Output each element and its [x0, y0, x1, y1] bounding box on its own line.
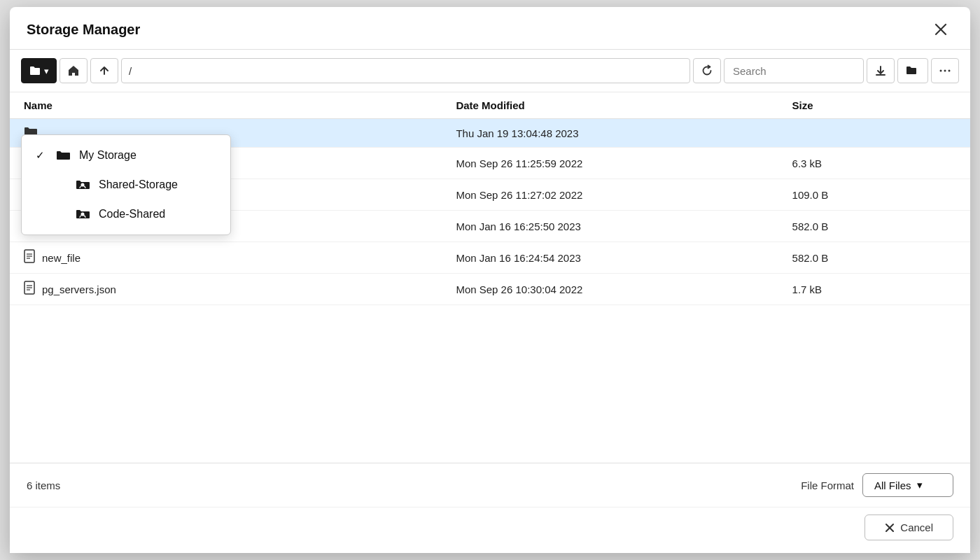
check-icon: ✓	[36, 149, 47, 162]
storage-chevron-icon: ▾	[44, 66, 49, 76]
file-size-cell: 582.0 B	[778, 242, 970, 274]
dropdown-label-my-storage: My Storage	[79, 149, 136, 162]
cancel-button[interactable]: Cancel	[864, 514, 953, 540]
more-icon	[939, 64, 951, 77]
file-size-cell: 582.0 B	[778, 211, 970, 242]
file-size-cell: 109.0 B	[778, 179, 970, 211]
svg-point-7	[948, 70, 951, 72]
file-row-icon	[24, 249, 35, 263]
new-folder-icon	[905, 64, 920, 77]
dropdown-label-shared-storage: Shared-Storage	[99, 178, 178, 191]
file-size-cell	[778, 119, 970, 148]
dropdown-item-code-shared[interactable]: Code-Shared	[22, 200, 230, 229]
folder-icon	[29, 64, 41, 77]
cancel-area: Cancel	[10, 507, 970, 553]
file-name-cell: pg_servers.json	[10, 274, 442, 305]
dropdown-item-my-storage[interactable]: ✓ My Storage	[22, 141, 230, 170]
storage-manager-dialog: Storage Manager ▾	[10, 7, 970, 553]
col-header-name: Name	[10, 92, 442, 119]
new-folder-button[interactable]	[897, 58, 928, 83]
refresh-button[interactable]	[693, 58, 721, 83]
file-format-value: All Files	[874, 479, 911, 491]
file-date-cell: Mon Sep 26 10:30:04 2022	[442, 274, 778, 305]
close-button[interactable]	[928, 20, 953, 39]
col-header-date: Date Modified	[442, 92, 778, 119]
home-icon	[67, 64, 80, 77]
shared-folder-icon	[75, 178, 90, 191]
svg-point-5	[940, 70, 942, 72]
footer: 6 items File Format All Files ▾	[10, 463, 970, 507]
file-row-icon	[24, 281, 35, 295]
file-name-cell: new_file	[10, 242, 442, 274]
main-content: ✓ My Storage Shared-Storage	[10, 92, 970, 463]
dropdown-item-shared-storage[interactable]: Shared-Storage	[22, 170, 230, 200]
file-format-select[interactable]: All Files ▾	[862, 473, 953, 497]
cancel-icon	[885, 523, 895, 533]
storage-dropdown: ✓ My Storage Shared-Storage	[21, 134, 231, 235]
file-format-chevron-icon: ▾	[917, 479, 923, 491]
path-input[interactable]	[121, 58, 690, 83]
up-icon	[98, 64, 111, 77]
toolbar: ▾	[10, 50, 970, 92]
dialog-header: Storage Manager	[10, 7, 970, 50]
svg-point-6	[944, 70, 946, 72]
table-row[interactable]: new_fileMon Jan 16 16:24:54 2023582.0 B	[10, 242, 970, 274]
file-date-cell: Mon Sep 26 11:27:02 2022	[442, 179, 778, 211]
file-name-text: pg_servers.json	[42, 284, 116, 295]
code-shared-folder-icon	[75, 208, 90, 220]
home-button[interactable]	[59, 58, 88, 83]
download-icon	[874, 64, 887, 77]
file-date-cell: Mon Sep 26 11:25:59 2022	[442, 148, 778, 179]
up-button[interactable]	[90, 58, 118, 83]
footer-right: File Format All Files ▾	[801, 473, 953, 497]
items-count: 6 items	[27, 479, 60, 491]
col-header-size: Size	[778, 92, 970, 119]
file-size-cell: 6.3 kB	[778, 148, 970, 179]
file-date-cell: Thu Jan 19 13:04:48 2023	[442, 119, 778, 148]
table-row[interactable]: pg_servers.jsonMon Sep 26 10:30:04 20221…	[10, 274, 970, 305]
dialog-title: Storage Manager	[27, 22, 140, 38]
storage-dropdown-button[interactable]: ▾	[21, 58, 57, 83]
file-date-cell: Mon Jan 16 16:24:54 2023	[442, 242, 778, 274]
close-icon	[934, 22, 948, 36]
dropdown-label-code-shared: Code-Shared	[99, 208, 165, 220]
file-name-text: new_file	[42, 252, 80, 264]
refresh-icon	[701, 64, 713, 77]
file-format-label: File Format	[801, 479, 854, 491]
file-date-cell: Mon Jan 16 16:25:50 2023	[442, 211, 778, 242]
search-input[interactable]	[724, 58, 864, 83]
cancel-label: Cancel	[900, 522, 933, 533]
download-button[interactable]	[867, 58, 895, 83]
more-options-button[interactable]	[931, 58, 959, 83]
file-size-cell: 1.7 kB	[778, 274, 970, 305]
folder-my-storage-icon	[55, 149, 71, 162]
